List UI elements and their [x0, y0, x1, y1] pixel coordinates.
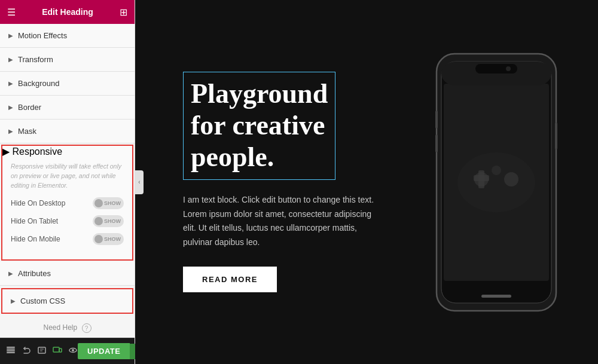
hero-text-area: Playgroundfor creativepeople. I am text … — [183, 72, 395, 292]
svg-rect-17 — [435, 111, 438, 129]
hamburger-icon[interactable]: ☰ — [7, 7, 16, 18]
help-icon[interactable]: ? — [82, 323, 91, 333]
svg-rect-15 — [475, 64, 517, 74]
svg-rect-19 — [555, 123, 557, 149]
phone-area — [395, 51, 562, 314]
hide-tablet-toggle[interactable]: SHOW — [93, 215, 124, 227]
section-attributes-label: Attributes — [18, 269, 51, 278]
svg-rect-3 — [7, 347, 15, 348]
section-motion-effects-header[interactable]: ▶ Motion Effects — [0, 24, 135, 47]
arrow-icon: ▶ — [11, 298, 16, 304]
section-background: ▶ Background — [0, 72, 135, 96]
toggle-knob — [94, 217, 103, 225]
arrow-icon: ▶ — [8, 56, 13, 63]
svg-rect-8 — [59, 348, 62, 352]
svg-point-24 — [492, 166, 501, 175]
hero-heading-box[interactable]: Playgroundfor creativepeople. — [183, 72, 335, 180]
section-motion-effects: ▶ Motion Effects — [0, 24, 135, 48]
collapse-arrow-icon: ‹ — [138, 179, 140, 185]
svg-rect-2 — [7, 352, 15, 353]
section-responsive: ▶ Responsive Responsive visibility will … — [1, 145, 133, 261]
sidebar-footer: UPDATE ▲ — [0, 338, 135, 364]
need-help: Need Help ? — [0, 315, 135, 338]
read-more-button[interactable]: READ MORE — [183, 267, 277, 292]
layers-icon[interactable] — [6, 345, 16, 357]
need-help-label: Need Help — [43, 323, 77, 332]
history-icon[interactable] — [37, 345, 47, 357]
svg-point-21 — [457, 152, 535, 212]
toggle-show-text: SHOW — [104, 236, 121, 242]
eye-icon[interactable] — [68, 345, 78, 357]
section-border-label: Border — [18, 103, 41, 112]
toggle-show-text: SHOW — [104, 218, 121, 224]
sidebar-scrollable: ▶ Motion Effects ▶ Transform ▶ Backgroun… — [0, 24, 135, 338]
section-border: ▶ Border — [0, 96, 135, 120]
section-border-header[interactable]: ▶ Border — [0, 96, 135, 119]
toggle-knob — [94, 235, 103, 243]
svg-rect-26 — [474, 175, 489, 181]
section-responsive-header[interactable]: ▶ Responsive — [2, 146, 132, 157]
svg-point-23 — [504, 172, 518, 186]
arrow-icon: ▶ — [8, 270, 13, 277]
svg-rect-18 — [435, 134, 438, 152]
collapse-handle[interactable]: ‹ — [135, 170, 144, 194]
arrow-icon: ▶ — [8, 80, 13, 87]
section-custom-css-label: Custom CSS — [20, 296, 65, 305]
hero-section: Playgroundfor creativepeople. I am text … — [135, 0, 598, 364]
section-responsive-label: Responsive — [12, 146, 62, 157]
section-attributes-header[interactable]: ▶ Attributes — [0, 262, 135, 285]
hide-mobile-row: Hide On Mobile SHOW — [11, 233, 124, 245]
svg-point-16 — [506, 66, 511, 71]
section-transform-label: Transform — [18, 55, 53, 64]
section-transform-header[interactable]: ▶ Transform — [0, 48, 135, 71]
section-mask-header[interactable]: ▶ Mask — [0, 120, 135, 143]
sidebar-header: ☰ Edit Heading ⊞ — [0, 0, 135, 24]
svg-rect-4 — [38, 347, 45, 353]
section-background-label: Background — [18, 79, 59, 88]
section-motion-effects-label: Motion Effects — [18, 31, 67, 40]
footer-icons — [6, 345, 78, 357]
responsive-note: Responsive visibility will take effect o… — [11, 162, 124, 190]
update-button[interactable]: UPDATE — [78, 343, 130, 359]
hide-mobile-toggle[interactable]: SHOW — [93, 233, 124, 245]
toggle-show-text: SHOW — [104, 200, 121, 206]
arrow-icon: ▶ — [8, 104, 13, 111]
svg-rect-20 — [481, 295, 511, 298]
section-attributes: ▶ Attributes — [0, 262, 135, 286]
section-custom-css: ▶ Custom CSS — [1, 288, 133, 314]
section-background-header[interactable]: ▶ Background — [0, 72, 135, 95]
hide-desktop-label: Hide On Desktop — [11, 199, 65, 207]
svg-point-10 — [72, 349, 74, 351]
hero-body-text: I am text block. Click edit button to ch… — [183, 193, 386, 250]
panel-title: Edit Heading — [42, 7, 93, 17]
arrow-icon: ▶ — [8, 32, 13, 39]
sidebar: ☰ Edit Heading ⊞ ▶ Motion Effects ▶ Tran… — [0, 0, 135, 364]
hide-desktop-row: Hide On Desktop SHOW — [11, 197, 124, 209]
arrow-down-icon: ▶ — [2, 146, 10, 157]
svg-rect-0 — [7, 348, 15, 350]
phone-image — [431, 51, 562, 314]
arrow-icon: ▶ — [8, 128, 13, 134]
responsive-icon[interactable] — [53, 345, 62, 357]
undo-icon[interactable] — [22, 345, 31, 357]
hide-mobile-label: Hide On Mobile — [11, 235, 60, 243]
section-transform: ▶ Transform — [0, 48, 135, 72]
svg-rect-7 — [53, 347, 59, 352]
responsive-content: Responsive visibility will take effect o… — [2, 157, 132, 259]
hide-tablet-label: Hide On Tablet — [11, 217, 58, 225]
svg-rect-1 — [7, 350, 15, 351]
section-mask-label: Mask — [18, 127, 36, 136]
toggle-knob — [94, 199, 103, 207]
grid-icon[interactable]: ⊞ — [120, 7, 127, 18]
hide-tablet-row: Hide On Tablet SHOW — [11, 215, 124, 227]
section-mask: ▶ Mask — [0, 120, 135, 143]
hero-heading-text: Playgroundfor creativepeople. — [191, 78, 328, 173]
hide-desktop-toggle[interactable]: SHOW — [93, 197, 124, 209]
main-canvas: ‹ Playgroundfor creativepeople. I am tex… — [135, 0, 598, 364]
section-custom-css-header[interactable]: ▶ Custom CSS — [2, 289, 132, 313]
